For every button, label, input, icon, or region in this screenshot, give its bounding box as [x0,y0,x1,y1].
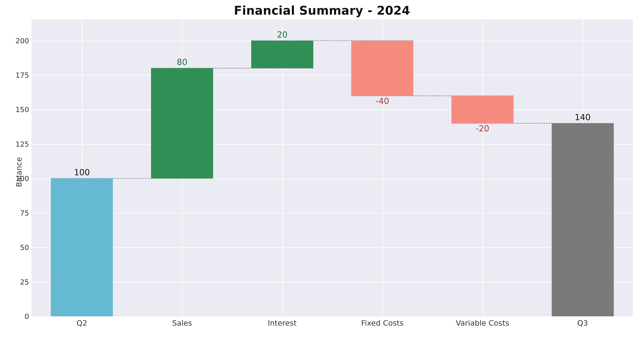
waterfall-bar [552,123,614,316]
gridline [32,316,632,317]
x-tick-label: Q2 [76,319,87,328]
y-tick-label: 50 [20,243,29,252]
bar-value-label: 140 [575,112,591,122]
x-tick-label: Fixed Costs [361,319,404,328]
waterfall-bar [51,178,113,316]
bar-value-label: 20 [277,30,288,39]
gridline [32,109,632,110]
y-tick-label: 75 [20,209,29,217]
y-tick-label: 100 [16,174,29,183]
bar-value-label: -40 [376,96,389,106]
chart-title: Financial Summary - 2024 [0,3,644,17]
x-tick-label: Sales [172,319,192,328]
gridline [32,282,632,283]
vgridline [482,20,483,316]
gridline [32,247,632,248]
y-tick-label: 175 [16,71,29,79]
y-tick-label: 25 [20,278,29,286]
x-tick-label: Interest [268,319,296,328]
y-tick-label: 150 [16,105,29,114]
waterfall-bar [452,96,514,123]
waterfall-bar [151,68,213,178]
waterfall-bar [251,41,313,68]
bar-value-label: -20 [476,124,490,133]
y-tick-label: 200 [16,36,29,45]
gridline [32,144,632,145]
gridline [32,75,632,76]
y-tick-label: 0 [24,312,29,321]
gridline [32,213,632,214]
waterfall-bar [351,41,413,96]
bar-value-label: 100 [74,168,90,177]
chart-container: Financial Summary - 2024 Balance 0255075… [0,0,644,344]
bar-value-label: 80 [177,57,187,67]
y-tick-label: 125 [16,140,29,148]
x-tick-label: Q3 [578,319,588,328]
x-tick-label: Variable Costs [456,319,509,328]
plot-area: 0255075100125150175200Q2100Sales80Intere… [32,20,632,316]
